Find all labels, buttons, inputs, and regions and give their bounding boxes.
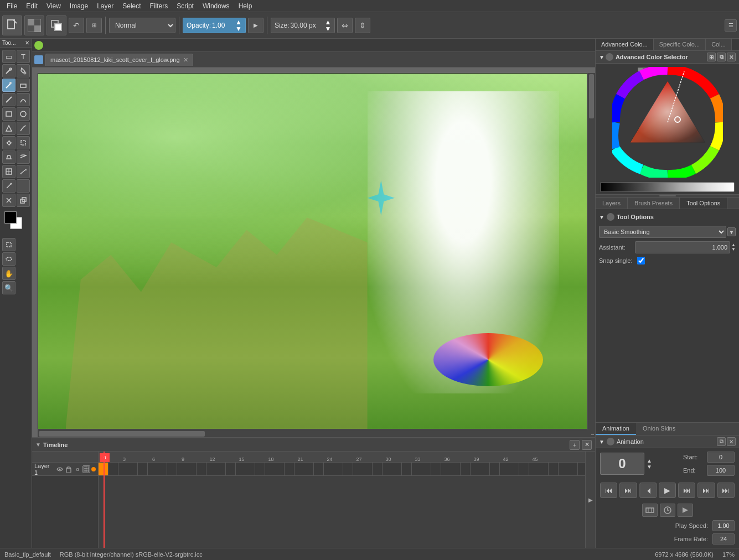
timeline-frame-row[interactable] — [99, 463, 585, 476]
anim-ctrl-btn-1[interactable] — [642, 504, 658, 517]
layer-alpha-icon[interactable]: α — [74, 465, 81, 473]
tool-options-collapse-arrow[interactable]: ▼ — [599, 214, 604, 220]
timeline-add-btn[interactable]: + — [570, 440, 580, 450]
color-panel-close-btn[interactable]: ✕ — [727, 53, 736, 61]
toolbox-close-icon[interactable]: ✕ — [25, 40, 29, 46]
smudge-tool[interactable] — [2, 179, 15, 193]
h-scrollbar-thumb[interactable] — [39, 431, 205, 437]
layer-inherit-alpha-icon[interactable] — [82, 465, 90, 473]
toggle-panel-btn[interactable]: ☰ — [725, 19, 737, 32]
menu-select[interactable]: Select — [118, 1, 145, 11]
play-first-btn[interactable]: ⏮ — [600, 483, 617, 498]
size-up-arrow[interactable]: ▲ — [325, 19, 332, 25]
perspective-tool[interactable] — [2, 151, 15, 164]
assistant-down-arrow[interactable]: ▼ — [731, 247, 736, 252]
menu-help[interactable]: Help — [234, 1, 257, 11]
duplicate-tool[interactable] — [17, 194, 30, 207]
move-tool[interactable]: ✥ — [2, 136, 15, 149]
eyedropper-tool[interactable] — [2, 64, 15, 77]
canvas-tab-close-btn[interactable]: ✕ — [183, 56, 188, 64]
advanced-color-tab[interactable]: Advanced Colo... — [596, 39, 654, 50]
dodge-tool[interactable] — [17, 179, 30, 193]
transform-tool[interactable] — [17, 136, 30, 149]
tool-options-tab[interactable]: Tool Options — [680, 198, 727, 209]
play-prev-key-btn[interactable]: ⏭ — [619, 483, 637, 498]
timeline-collapse-arrow[interactable]: ▼ — [35, 442, 41, 448]
flip-v-btn[interactable]: ⇕ — [355, 18, 370, 33]
canvas-image[interactable] — [38, 73, 587, 429]
size-spinbtn[interactable]: ▲ ▼ — [325, 19, 332, 32]
contiguous-select-tool[interactable] — [2, 238, 15, 251]
new-button[interactable] — [2, 15, 22, 35]
layer-eye-icon[interactable] — [56, 465, 64, 473]
end-value[interactable]: 100 — [707, 465, 735, 476]
menu-windows[interactable]: Windows — [198, 1, 234, 11]
fill-tool[interactable] — [17, 64, 30, 77]
eraser-tool[interactable] — [17, 79, 30, 92]
size-input[interactable] — [291, 22, 324, 29]
layers-tab[interactable]: Layers — [596, 198, 628, 209]
curve-tool[interactable] — [17, 93, 30, 106]
play-last-btn[interactable]: ⏭ — [717, 483, 735, 498]
size-down-arrow[interactable]: ▼ — [325, 25, 332, 32]
assistant-spinbtn[interactable]: ▲ ▼ — [731, 243, 736, 252]
brush-tool[interactable] — [2, 79, 15, 92]
opacity-input[interactable] — [212, 22, 234, 29]
start-value[interactable]: 0 — [707, 452, 735, 463]
specific-color-tab[interactable]: Specific Colo... — [654, 39, 706, 50]
flip-h-btn[interactable]: ⇔ — [337, 18, 353, 33]
animation-float-btn[interactable]: ⧉ — [717, 437, 726, 446]
timeline-scroll-right-btn[interactable]: ▶ — [585, 452, 595, 548]
assistant-value[interactable]: 1.000 — [635, 241, 730, 253]
tool-options-btn[interactable]: ⊞ — [86, 18, 102, 33]
undo-btn[interactable]: ↶ — [69, 18, 84, 33]
frame-up-arrow[interactable]: ▲ — [647, 458, 652, 464]
ellipse-tool[interactable] — [17, 107, 30, 121]
snap-checkbox[interactable] — [637, 257, 645, 265]
anim-ctrl-btn-3[interactable] — [678, 504, 693, 517]
play-speed-value[interactable]: 1.00 — [712, 520, 735, 531]
similar-select-tool[interactable] — [2, 252, 15, 266]
menu-script[interactable]: Script — [172, 1, 198, 11]
canvas-tab-main[interactable]: mascot_20150812_kiki_scott_cover_f_glow.… — [45, 54, 193, 66]
measure-tool[interactable] — [17, 165, 30, 178]
color-strip[interactable] — [600, 182, 735, 192]
animation-close-btn[interactable]: ✕ — [727, 437, 736, 446]
h-scrollbar[interactable] — [38, 429, 587, 437]
checker-btn[interactable] — [24, 15, 44, 35]
anim-ctrl-btn-2[interactable] — [660, 504, 675, 517]
opacity-spinbtn[interactable]: ▲ ▼ — [235, 19, 242, 32]
opacity-up-arrow[interactable]: ▲ — [235, 19, 242, 25]
zoom-tool[interactable]: 🔍 — [2, 281, 15, 294]
color-wheel-container[interactable] — [612, 67, 723, 178]
frame-rate-value[interactable]: 24 — [712, 533, 735, 545]
opacity-down-arrow[interactable]: ▼ — [235, 25, 242, 32]
play-btn[interactable]: ▶ — [659, 483, 676, 498]
color-panel-expand-icon[interactable]: ▼ — [599, 54, 604, 60]
foreground-color-box[interactable] — [4, 211, 17, 224]
menu-image[interactable]: Image — [65, 1, 92, 11]
v-scrollbar[interactable] — [587, 73, 595, 429]
menu-file[interactable]: File — [2, 1, 22, 11]
play-next-key-btn[interactable]: ⏭ — [697, 483, 715, 498]
layer-lock-icon[interactable] — [65, 465, 73, 473]
smart-patch-tool[interactable] — [2, 165, 15, 178]
smoothing-select[interactable]: Basic Smoothing — [599, 226, 726, 238]
animation-collapse-icon[interactable]: ▼ — [599, 439, 604, 445]
onion-skins-tab[interactable]: Onion Skins — [636, 423, 682, 435]
blend-mode-select[interactable]: Normal — [109, 18, 175, 33]
color-panel-grid-btn[interactable]: ⊞ — [707, 53, 716, 61]
menu-edit[interactable]: Edit — [22, 1, 42, 11]
color-picker-btn[interactable] — [46, 15, 66, 35]
multibrush-tool[interactable] — [2, 194, 15, 207]
frame-down-arrow[interactable]: ▼ — [647, 464, 652, 470]
brush-presets-tab[interactable]: Brush Presets — [628, 198, 680, 209]
rect-select-tool[interactable]: ▭ — [2, 50, 15, 63]
line-tool[interactable] — [2, 93, 15, 106]
color-panel-float-btn[interactable]: ⧉ — [717, 53, 726, 61]
hand-tool[interactable]: ✋ — [2, 267, 15, 280]
opacity-more-btn[interactable]: ▶ — [248, 18, 263, 33]
v-scrollbar-thumb[interactable] — [589, 74, 594, 118]
play-prev-btn[interactable]: ⏵ — [639, 483, 657, 498]
frame-counter-arrows[interactable]: ▲ ▼ — [647, 458, 652, 470]
